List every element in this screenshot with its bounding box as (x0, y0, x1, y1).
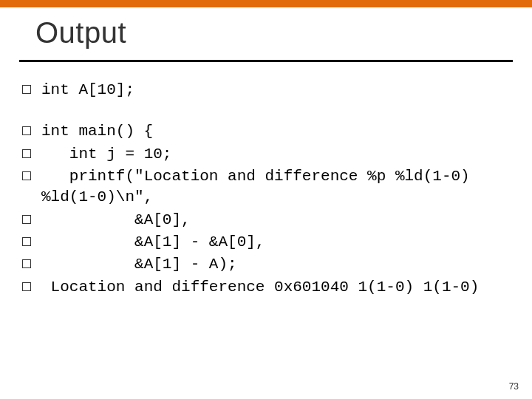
page-title: Output (35, 16, 510, 50)
code-line: &A[1] - A); (41, 254, 510, 275)
list-item: &A[1] - &A[0], (22, 232, 510, 253)
slide: Output int A[10]; int main() { int j = 1… (0, 0, 532, 399)
list-item: Location and difference 0x601040 1(1-0) … (22, 277, 510, 298)
code-line: Location and difference 0x601040 1(1-0) … (41, 277, 510, 298)
square-bullet-icon (22, 259, 31, 268)
square-bullet-icon (22, 126, 31, 135)
code-line: int A[10]; (41, 80, 510, 100)
square-bullet-icon (22, 149, 31, 158)
square-bullet-icon (22, 171, 31, 180)
list-item: int j = 10; (22, 144, 510, 165)
square-bullet-icon (22, 282, 31, 291)
page-number: 73 (509, 381, 519, 392)
square-bullet-icon (22, 85, 31, 94)
title-area: Output (0, 7, 532, 55)
top-accent-bar (0, 0, 532, 7)
list-item: &A[1] - A); (22, 254, 510, 275)
list-item: &A[0], (22, 210, 510, 231)
code-line: int main() { (41, 121, 510, 142)
list-item: int A[10]; (22, 80, 510, 100)
list-item: printf("Location and difference %p %ld(1… (22, 166, 510, 208)
code-line: &A[0], (41, 210, 510, 231)
code-line: printf("Location and difference %p %ld(1… (41, 166, 510, 208)
square-bullet-icon (22, 215, 31, 224)
blank-line (22, 102, 510, 121)
square-bullet-icon (22, 237, 31, 246)
list-item: int main() { (22, 121, 510, 142)
code-line: &A[1] - &A[0], (41, 232, 510, 253)
code-line: int j = 10; (41, 144, 510, 165)
content-area: int A[10]; int main() { int j = 10; prin… (0, 62, 532, 298)
